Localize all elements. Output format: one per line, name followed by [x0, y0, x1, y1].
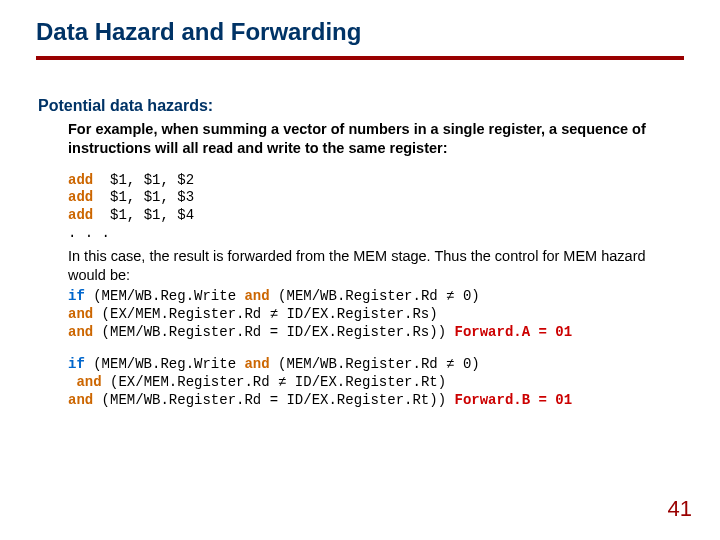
keyword-and: and	[244, 356, 269, 372]
asm-dots: . . .	[68, 225, 110, 241]
keyword-if: if	[68, 356, 85, 372]
code-block-asm: add $1, $1, $2 add $1, $1, $3 add $1, $1…	[68, 172, 684, 244]
cond-a-l3: (MEM/WB.Register.Rd = ID/EX.Register.Rs)…	[93, 324, 454, 340]
asm-line-1: $1, $1, $2	[93, 172, 194, 188]
cond-b-l2: (EX/MEM.Register.Rd ≠ ID/EX.Register.Rt)	[102, 374, 446, 390]
title-rule	[36, 56, 684, 60]
cond-b-l3: (MEM/WB.Register.Rd = ID/EX.Register.Rt)…	[93, 392, 454, 408]
code-block-cond-b: if (MEM/WB.Reg.Write and (MEM/WB.Registe…	[68, 356, 684, 410]
cond-b-l1: (MEM/WB.Reg.Write	[85, 356, 245, 372]
asm-line-2: $1, $1, $3	[93, 189, 194, 205]
slide: Data Hazard and Forwarding Potential dat…	[0, 0, 720, 540]
code-block-cond-a: if (MEM/WB.Reg.Write and (MEM/WB.Registe…	[68, 288, 684, 342]
keyword-and: and	[244, 288, 269, 304]
keyword-if: if	[68, 288, 85, 304]
section-heading: Potential data hazards:	[38, 96, 684, 116]
keyword-and: and	[68, 392, 93, 408]
forward-b: Forward.B = 01	[454, 392, 572, 408]
keyword-add: add	[68, 189, 93, 205]
keyword-add: add	[68, 207, 93, 223]
cond-a-l2: (EX/MEM.Register.Rd ≠ ID/EX.Register.Rs)	[93, 306, 437, 322]
cond-b-l1b: (MEM/WB.Register.Rd ≠ 0)	[270, 356, 480, 372]
keyword-add: add	[68, 172, 93, 188]
slide-title: Data Hazard and Forwarding	[36, 18, 684, 46]
page-number: 41	[668, 496, 692, 522]
forward-a: Forward.A = 01	[454, 324, 572, 340]
explain-text: In this case, the result is forwarded fr…	[68, 247, 684, 284]
slide-body: Potential data hazards: For example, whe…	[36, 96, 684, 410]
keyword-and: and	[68, 306, 93, 322]
cond-a-l1: (MEM/WB.Reg.Write	[85, 288, 245, 304]
asm-line-3: $1, $1, $4	[93, 207, 194, 223]
keyword-and: and	[68, 324, 93, 340]
intro-text: For example, when summing a vector of nu…	[68, 120, 684, 157]
cond-a-l1b: (MEM/WB.Register.Rd ≠ 0)	[270, 288, 480, 304]
keyword-and: and	[76, 374, 101, 390]
